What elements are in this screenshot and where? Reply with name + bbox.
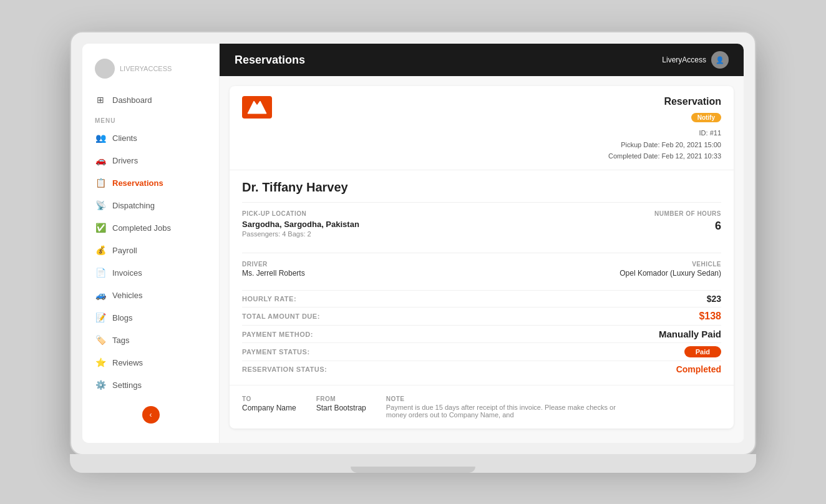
- reservation-id: ID: #11: [608, 127, 721, 139]
- blogs-icon: 📝: [95, 312, 106, 323]
- total-amount-row: TOTAL AMOUNT DUE: $138: [242, 307, 721, 325]
- user-avatar-small: [95, 59, 115, 79]
- settings-icon: ⚙️: [95, 379, 106, 390]
- sidebar-item-label: Dashboard: [112, 95, 152, 105]
- footer-to: TO Company Name: [242, 395, 296, 419]
- vehicle-value: Opel Komador (Luxury Sedan): [620, 269, 721, 278]
- vehicles-icon: 🚙: [95, 289, 106, 301]
- driver-vehicle-row: Driver Ms. Jerrell Roberts Vehicle Opel …: [230, 261, 734, 285]
- footer-to-label: TO: [242, 395, 296, 402]
- sidebar-item-settings[interactable]: ⚙️ Settings: [82, 374, 219, 396]
- pickup-date: Pickup Date: Feb 20, 2021 15:00: [608, 139, 721, 151]
- sidebar-item-label: Invoices: [112, 268, 142, 278]
- sidebar-item-label: Completed Jobs: [112, 223, 171, 233]
- reservation-status-value: Completed: [676, 364, 721, 374]
- footer-from: FROM Start Bootstrap: [316, 395, 366, 419]
- payment-method-row: PAYMENT METHOD: Manually Paid: [242, 325, 721, 342]
- footer-to-value: Company Name: [242, 404, 296, 412]
- hours-value: 6: [715, 220, 721, 238]
- reservation-card: Reservation Notify ID: #11 Pickup Date: …: [230, 86, 734, 429]
- driver-info: Driver Ms. Jerrell Roberts: [242, 261, 305, 278]
- sidebar-collapse-button[interactable]: ‹: [142, 406, 160, 424]
- sidebar-item-invoices[interactable]: 📄 Invoices: [82, 261, 219, 284]
- hours-label: NUMBER OF HOURS: [654, 210, 721, 217]
- sidebar-logo: LIVERYACCESS: [82, 54, 219, 89]
- main-content: Reservations LiveryAccess 👤: [220, 44, 744, 443]
- hourly-rate-value: $23: [707, 294, 721, 304]
- sidebar-item-label: Drivers: [112, 156, 138, 165]
- location-hours-labels: PICK-UP LOCATION NUMBER OF HOURS: [230, 210, 734, 220]
- sidebar-item-label: Blogs: [112, 313, 133, 322]
- payment-status-value: Paid: [684, 346, 721, 357]
- hourly-rate-row: HOURLY RATE: $23: [242, 290, 721, 307]
- sidebar-item-drivers[interactable]: 🚗 Drivers: [82, 149, 219, 172]
- client-name: Dr. Tiffany Harvey: [230, 170, 734, 195]
- driver-label: Driver: [242, 261, 305, 268]
- topbar: Reservations LiveryAccess 👤: [220, 44, 744, 76]
- card-header: Reservation Notify ID: #11 Pickup Date: …: [230, 86, 734, 170]
- laptop-base: [70, 454, 756, 473]
- pickup-location-value: Sargodha, Sargodha, Pakistan: [242, 220, 359, 229]
- user-avatar: 👤: [711, 51, 729, 69]
- sidebar: LIVERYACCESS ⊞ Dashboard MENU 👥 Clients …: [82, 44, 220, 443]
- total-amount-value: $138: [699, 311, 721, 322]
- completed-date: Completed Date: Feb 12, 2021 10:33: [608, 150, 721, 162]
- pickup-location-label: PICK-UP LOCATION: [242, 210, 306, 217]
- sidebar-item-reviews[interactable]: ⭐ Reviews: [82, 351, 219, 374]
- footer-from-label: FROM: [316, 395, 366, 402]
- driver-value: Ms. Jerrell Roberts: [242, 269, 305, 278]
- invoices-icon: 📄: [95, 267, 106, 278]
- content-area: Reservation Notify ID: #11 Pickup Date: …: [220, 76, 744, 443]
- sidebar-item-completed-jobs[interactable]: ✅ Completed Jobs: [82, 216, 219, 239]
- menu-section-label: MENU: [82, 111, 219, 127]
- divider-2: [242, 253, 721, 253]
- location-hours-values: Sargodha, Sargodha, Pakistan Passengers:…: [230, 220, 734, 245]
- hourly-rate-label: HOURLY RATE:: [242, 295, 296, 303]
- reservation-header-title: Reservation: [608, 96, 721, 107]
- completed-jobs-icon: ✅: [95, 222, 106, 233]
- sidebar-item-payroll[interactable]: 💰 Payroll: [82, 239, 219, 261]
- reservation-status-label: RESERVATION STATUS:: [242, 366, 327, 373]
- payroll-icon: 💰: [95, 245, 106, 256]
- sidebar-item-dispatching[interactable]: 📡 Dispatching: [82, 194, 219, 216]
- page-title: Reservations: [235, 54, 305, 67]
- footer-from-value: Start Bootstrap: [316, 404, 366, 412]
- footer-note: NOTE Payment is due 15 days after receip…: [386, 395, 623, 419]
- sidebar-item-label: Tags: [112, 336, 129, 345]
- sidebar-item-label: Settings: [112, 380, 142, 390]
- vehicle-info: Vehicle Opel Komador (Luxury Sedan): [620, 261, 721, 278]
- payment-status-label: PAYMENT STATUS:: [242, 348, 310, 356]
- card-logo: [242, 96, 272, 119]
- sidebar-item-vehicles[interactable]: 🚙 Vehicles: [82, 284, 219, 306]
- pickup-details: Sargodha, Sargodha, Pakistan Passengers:…: [242, 220, 359, 238]
- pickup-sub-info: Passengers: 4 Bags: 2: [242, 230, 359, 238]
- topbar-user: LiveryAccess 👤: [662, 51, 729, 69]
- payment-status-row: PAYMENT STATUS: Paid: [242, 342, 721, 361]
- sidebar-item-label: Dispatching: [112, 201, 155, 210]
- dashboard-icon: ⊞: [95, 94, 106, 105]
- liveryaccess-logo: [242, 96, 272, 119]
- sidebar-item-blogs[interactable]: 📝 Blogs: [82, 306, 219, 329]
- sidebar-item-tags[interactable]: 🏷️ Tags: [82, 329, 219, 351]
- sidebar-item-dashboard[interactable]: ⊞ Dashboard: [82, 89, 219, 111]
- sidebar-item-label: Vehicles: [112, 291, 142, 300]
- tags-icon: 🏷️: [95, 334, 106, 346]
- dispatching-icon: 📡: [95, 200, 106, 211]
- payment-method-value: Manually Paid: [659, 329, 721, 339]
- sidebar-logo-text: LIVERYACCESS: [120, 65, 172, 72]
- divider-1: [242, 202, 721, 203]
- reviews-icon: ⭐: [95, 357, 106, 368]
- drivers-icon: 🚗: [95, 155, 106, 166]
- sidebar-item-clients[interactable]: 👥 Clients: [82, 127, 219, 149]
- user-name: LiveryAccess: [662, 56, 706, 64]
- svg-marker-0: [248, 101, 266, 114]
- clients-icon: 👥: [95, 132, 106, 143]
- payment-method-label: PAYMENT METHOD:: [242, 331, 313, 338]
- sidebar-item-reservations[interactable]: 📋 Reservations: [82, 172, 219, 194]
- reservations-icon: 📋: [95, 177, 106, 188]
- footer-note-label: NOTE: [386, 395, 623, 402]
- sidebar-item-label: Reservations: [112, 178, 163, 188]
- sidebar-item-label: Payroll: [112, 246, 137, 255]
- pricing-section: HOURLY RATE: $23 TOTAL AMOUNT DUE: $138 …: [230, 285, 734, 382]
- total-amount-label: TOTAL AMOUNT DUE:: [242, 313, 320, 320]
